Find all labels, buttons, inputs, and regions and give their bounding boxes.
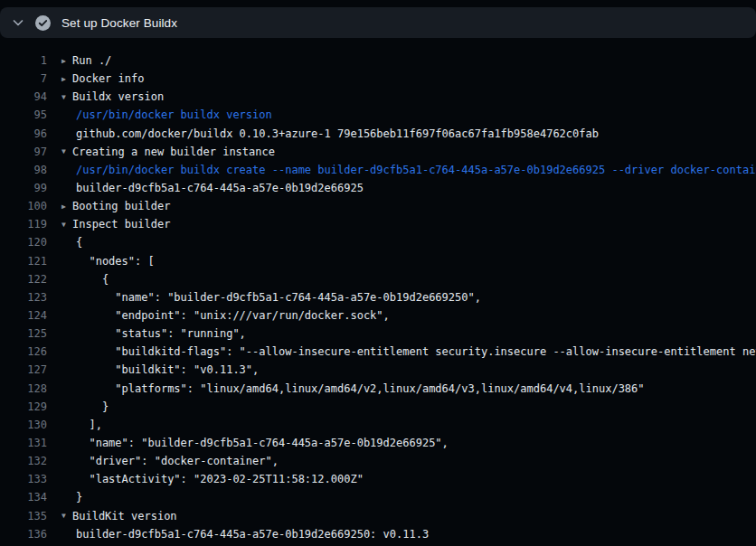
log-line: 133 "lastActivity": "2023-02-25T11:58:12…	[0, 470, 756, 488]
log-line: 134}	[0, 488, 756, 506]
log-group-row[interactable]: 119▼Inspect builder	[0, 215, 756, 233]
log-line: 136builder-d9cfb5a1-c764-445a-a57e-0b19d…	[0, 525, 756, 543]
output-text: "platforms": "linux/amd64,linux/amd64/v2…	[61, 382, 645, 395]
line-number[interactable]: 97	[0, 146, 47, 158]
line-content: ▼Creating a new builder instance	[61, 146, 275, 158]
line-content: "driver": "docker-container",	[61, 455, 279, 467]
line-content: }	[61, 491, 82, 504]
log-line: 96github.com/docker/buildx 0.10.3+azure-…	[0, 125, 756, 143]
log-line: 125 "status": "running",	[0, 325, 756, 343]
log-group-row[interactable]: 7▶Docker info	[0, 70, 756, 88]
line-number[interactable]: 136	[0, 528, 47, 541]
output-text: "nodes": [	[61, 255, 155, 268]
log-line: 129 }	[0, 398, 756, 416]
line-number[interactable]: 96	[0, 127, 47, 140]
line-content: ▶Docker info	[61, 72, 144, 85]
log-line: 120{	[0, 233, 756, 251]
line-content: ▼Buildx version	[61, 90, 164, 103]
triangle-expanded-icon[interactable]: ▼	[61, 221, 72, 229]
line-number[interactable]: 7	[0, 72, 47, 85]
line-number[interactable]: 120	[0, 236, 47, 249]
line-number[interactable]: 121	[0, 255, 47, 268]
command-text: /usr/bin/docker buildx version	[61, 108, 272, 121]
line-content: "lastActivity": "2023-02-25T11:58:12.000…	[61, 473, 364, 485]
output-text: }	[61, 400, 109, 413]
log-group-row[interactable]: 97▼Creating a new builder instance	[0, 143, 756, 161]
actions-log-viewer: Set up Docker Buildx 1▶Run ./7▶Docker in…	[0, 0, 756, 546]
line-number[interactable]: 126	[0, 345, 47, 358]
line-number[interactable]: 135	[0, 510, 47, 522]
output-text: "lastActivity": "2023-02-25T11:58:12.000…	[61, 473, 364, 485]
line-content: }	[61, 400, 109, 413]
output-text: builder-d9cfb5a1-c764-445a-a57e-0b19d2e6…	[61, 182, 364, 194]
line-number[interactable]: 130	[0, 419, 47, 431]
group-title: Buildx version	[72, 90, 164, 103]
line-number[interactable]: 98	[0, 164, 47, 176]
line-number[interactable]: 127	[0, 363, 47, 376]
triangle-collapsed-icon[interactable]: ▶	[61, 75, 72, 83]
line-content: "buildkit": "v0.11.3",	[61, 363, 259, 376]
log-line: 95/usr/bin/docker buildx version	[0, 106, 756, 124]
line-number[interactable]: 123	[0, 291, 47, 304]
triangle-expanded-icon[interactable]: ▼	[61, 512, 72, 520]
line-content: {	[61, 236, 82, 249]
line-content: builder-d9cfb5a1-c764-445a-a57e-0b19d2e6…	[61, 528, 429, 541]
log-line: 99builder-d9cfb5a1-c764-445a-a57e-0b19d2…	[0, 179, 756, 197]
line-content: ],	[61, 419, 102, 431]
step-title: Set up Docker Buildx	[61, 16, 177, 30]
output-text: builder-d9cfb5a1-c764-445a-a57e-0b19d2e6…	[61, 528, 429, 541]
log-line: 121 "nodes": [	[0, 252, 756, 270]
line-content: ▶Run ./	[61, 54, 111, 67]
line-number[interactable]: 94	[0, 90, 47, 103]
log-line: 122 {	[0, 270, 756, 288]
triangle-collapsed-icon[interactable]: ▶	[61, 57, 72, 65]
log-line: 130 ],	[0, 416, 756, 434]
line-number[interactable]: 1	[0, 54, 47, 67]
triangle-collapsed-icon[interactable]: ▶	[61, 202, 72, 211]
triangle-expanded-icon[interactable]: ▼	[61, 93, 72, 101]
log-line: 126 "buildkitd-flags": "--allow-insecure…	[0, 343, 756, 361]
line-number[interactable]: 122	[0, 273, 47, 286]
line-content: "name": "builder-d9cfb5a1-c764-445a-a57e…	[61, 291, 481, 304]
line-content: builder-d9cfb5a1-c764-445a-a57e-0b19d2e6…	[61, 182, 364, 194]
group-title: BuildKit version	[72, 510, 177, 522]
output-text: ],	[61, 419, 102, 431]
output-text: "buildkitd-flags": "--allow-insecure-ent…	[61, 345, 756, 358]
log-group-row[interactable]: 135▼BuildKit version	[0, 507, 756, 525]
triangle-expanded-icon[interactable]: ▼	[61, 147, 72, 155]
log-line: 132 "driver": "docker-container",	[0, 452, 756, 470]
log-line: 128 "platforms": "linux/amd64,linux/amd6…	[0, 380, 756, 398]
line-content: ▶Booting builder	[61, 200, 170, 212]
line-number[interactable]: 131	[0, 437, 47, 449]
line-number[interactable]: 119	[0, 218, 47, 231]
line-number[interactable]: 100	[0, 200, 47, 212]
group-title: Booting builder	[72, 200, 170, 212]
log-group-row[interactable]: 100▶Booting builder	[0, 197, 756, 215]
line-number[interactable]: 129	[0, 400, 47, 413]
chevron-down-icon[interactable]	[11, 15, 25, 30]
step-header[interactable]: Set up Docker Buildx	[0, 7, 756, 38]
line-number[interactable]: 95	[0, 108, 47, 121]
output-text: github.com/docker/buildx 0.10.3+azure-1 …	[61, 127, 599, 140]
log-line: 124 "endpoint": "unix:///var/run/docker.…	[0, 306, 756, 325]
line-number[interactable]: 125	[0, 327, 47, 340]
line-number[interactable]: 124	[0, 309, 47, 322]
log-line: 131 "name": "builder-d9cfb5a1-c764-445a-…	[0, 434, 756, 452]
output-text: "endpoint": "unix:///var/run/docker.sock…	[61, 309, 390, 322]
output-text: {	[61, 236, 82, 249]
line-number[interactable]: 128	[0, 382, 47, 395]
log-group-row[interactable]: 94▼Buildx version	[0, 88, 756, 106]
line-content: "name": "builder-d9cfb5a1-c764-445a-a57e…	[61, 437, 449, 449]
line-content: github.com/docker/buildx 0.10.3+azure-1 …	[61, 127, 599, 140]
output-text: }	[61, 491, 82, 504]
line-number[interactable]: 134	[0, 491, 47, 504]
output-text: "name": "builder-d9cfb5a1-c764-445a-a57e…	[61, 437, 449, 449]
command-text: /usr/bin/docker buildx create --name bui…	[61, 164, 756, 176]
group-title: Docker info	[72, 72, 144, 85]
group-title: Creating a new builder instance	[72, 146, 275, 158]
log-group-row[interactable]: 1▶Run ./	[0, 52, 756, 70]
log-lines: 1▶Run ./7▶Docker info94▼Buildx version95…	[0, 38, 756, 546]
line-number[interactable]: 133	[0, 473, 47, 485]
line-number[interactable]: 132	[0, 455, 47, 467]
line-number[interactable]: 99	[0, 182, 47, 194]
